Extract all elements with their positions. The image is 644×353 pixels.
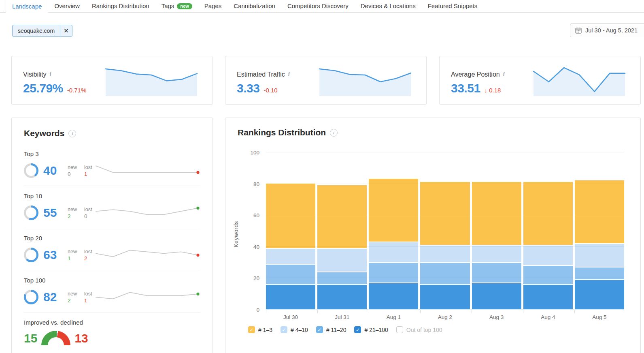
tab-devices-locations[interactable]: Devices & Locations xyxy=(355,0,422,12)
tab-featured-snippets[interactable]: Featured Snippets xyxy=(422,0,484,12)
bar-segment xyxy=(369,262,418,282)
lost-label: lost xyxy=(84,249,92,255)
visibility-sparkline xyxy=(104,65,200,98)
x-axis-ticks xyxy=(266,310,624,313)
tab-label: Featured Snippets xyxy=(428,0,478,12)
tab-label: Rankings Distribution xyxy=(92,0,149,12)
average-position-card: Average Positioni 33.51 ↓ 0.18 xyxy=(439,56,641,105)
average-position-value: 33.51 xyxy=(451,81,480,95)
x-tick-label: Jul 31 xyxy=(317,314,367,320)
bar-segment xyxy=(472,282,521,309)
info-icon[interactable]: i xyxy=(50,71,51,78)
visibility-value: 25.79% xyxy=(23,81,63,95)
bar-segment xyxy=(317,248,367,272)
bar-segment xyxy=(420,245,470,262)
bar-segment xyxy=(523,245,573,265)
tab-overview[interactable]: Overview xyxy=(48,0,86,12)
tab-competitors-discovery[interactable]: Competitors Discovery xyxy=(281,0,355,12)
bar-aug-2 xyxy=(420,152,470,309)
bar-segment xyxy=(420,262,470,284)
bar-segment xyxy=(266,284,315,309)
top10-donut xyxy=(24,205,38,220)
estimated-traffic-sparkline xyxy=(318,65,413,98)
top3-count: 40 xyxy=(43,164,64,178)
x-tick-label: Aug 1 xyxy=(369,314,418,320)
legend-item--21-100: ✓# 21–100 xyxy=(354,326,388,333)
new-count: 2 xyxy=(68,213,77,219)
new-count: 2 xyxy=(68,297,77,304)
checked-checkbox-icon[interactable]: ✓ xyxy=(354,326,361,333)
bar-segment xyxy=(523,182,573,245)
new-count: 1 xyxy=(68,255,77,261)
info-icon[interactable]: i xyxy=(330,129,338,137)
tab-label: Overview xyxy=(54,0,80,12)
keywords-panel: Keywords i Top 3 40 new0 lost1 Top 10 55… xyxy=(11,118,213,353)
keywords-row-top20: Top 20 63 new1 lost2 xyxy=(24,228,200,270)
unchecked-checkbox-icon[interactable] xyxy=(396,326,403,333)
info-icon[interactable]: i xyxy=(288,71,290,78)
bar-segment xyxy=(575,243,624,267)
rankings-distribution-panel: Rankings Distribution i Keywords 0204060… xyxy=(225,118,641,353)
estimated-traffic-title: Estimated Traffic xyxy=(237,71,285,78)
estimated-traffic-card: Estimated Traffici 3.33 -0.10 xyxy=(225,56,427,105)
checked-checkbox-icon[interactable]: ✓ xyxy=(316,326,323,333)
bar-segment xyxy=(575,180,624,243)
bar-jul-30 xyxy=(266,152,315,309)
bar-segment xyxy=(266,248,315,264)
legend-label: # 1–3 xyxy=(258,327,272,333)
bar-aug-3 xyxy=(472,152,521,309)
keywords-row-top3: Top 3 40 new0 lost1 xyxy=(24,144,200,186)
x-tick-label: Aug 4 xyxy=(523,314,573,320)
checked-checkbox-icon[interactable]: ✓ xyxy=(281,326,287,333)
bar-jul-31 xyxy=(317,152,367,309)
keywords-row-top10: Top 10 55 new2 lost0 xyxy=(24,186,200,228)
top20-count: 63 xyxy=(43,248,64,262)
bar-segment xyxy=(266,184,315,248)
y-tick-label: 80 xyxy=(253,181,259,187)
tab-label: Pages xyxy=(204,0,222,12)
date-range-button[interactable]: Jul 30 - Aug 5, 2021 xyxy=(570,24,644,37)
y-tick-label: 60 xyxy=(253,212,259,218)
rankings-chart-plot xyxy=(266,152,624,310)
tab-tags[interactable]: Tagsnew xyxy=(155,0,198,12)
legend-item--4-10: ✓# 4–10 xyxy=(281,326,308,333)
info-icon[interactable]: i xyxy=(68,130,76,137)
y-tick-label: 40 xyxy=(253,244,259,250)
y-axis: 020406080100 xyxy=(243,152,263,310)
bar-segment xyxy=(317,284,367,309)
tab-label: Landscape xyxy=(12,0,42,13)
new-label: new xyxy=(68,249,77,255)
keywords-panel-title: Keywords xyxy=(24,128,64,138)
average-position-title: Average Position xyxy=(451,71,500,78)
close-icon[interactable]: ✕ xyxy=(60,25,72,36)
visibility-delta: -0.71% xyxy=(67,87,87,94)
tab-label: Cannibalization xyxy=(234,0,275,12)
top20-sparkline xyxy=(94,246,200,264)
estimated-traffic-delta: -0.10 xyxy=(264,87,277,94)
tab-cannibalization[interactable]: Cannibalization xyxy=(227,0,281,12)
bar-segment xyxy=(369,179,418,242)
top10-count: 55 xyxy=(43,206,64,220)
tab-landscape[interactable]: Landscape xyxy=(6,0,48,13)
bar-segment xyxy=(472,262,521,282)
date-range-label: Jul 30 - Aug 5, 2021 xyxy=(585,27,638,34)
checked-checkbox-icon[interactable]: ✓ xyxy=(248,326,255,333)
domain-filter-chip[interactable]: seoquake.com ✕ xyxy=(12,25,72,37)
row-label: Top 10 xyxy=(24,193,200,199)
chart-legend: ✓# 1–3✓# 4–10✓# 11–20✓# 21–100Out of top… xyxy=(248,326,442,333)
info-icon[interactable]: i xyxy=(503,71,505,78)
tab-pages[interactable]: Pages xyxy=(198,0,228,12)
improved-declined-label: Improved vs. declined xyxy=(24,319,200,326)
x-tick-label: Aug 5 xyxy=(575,314,624,320)
lost-count: 1 xyxy=(84,171,92,177)
calendar-icon xyxy=(575,27,582,34)
legend-item--1-3: ✓# 1–3 xyxy=(248,326,272,333)
new-label: new xyxy=(68,165,77,170)
x-axis-labels: Jul 30Jul 31Aug 1Aug 2Aug 3Aug 4Aug 5 xyxy=(266,314,624,320)
top-tab-bar: Landscape Overview Rankings Distribution… xyxy=(0,0,644,13)
new-count: 0 xyxy=(68,171,77,177)
tab-label: Tags xyxy=(162,0,174,12)
lost-label: lost xyxy=(84,207,92,212)
tab-rankings-distribution[interactable]: Rankings Distribution xyxy=(86,0,155,12)
bar-aug-4 xyxy=(523,152,573,309)
